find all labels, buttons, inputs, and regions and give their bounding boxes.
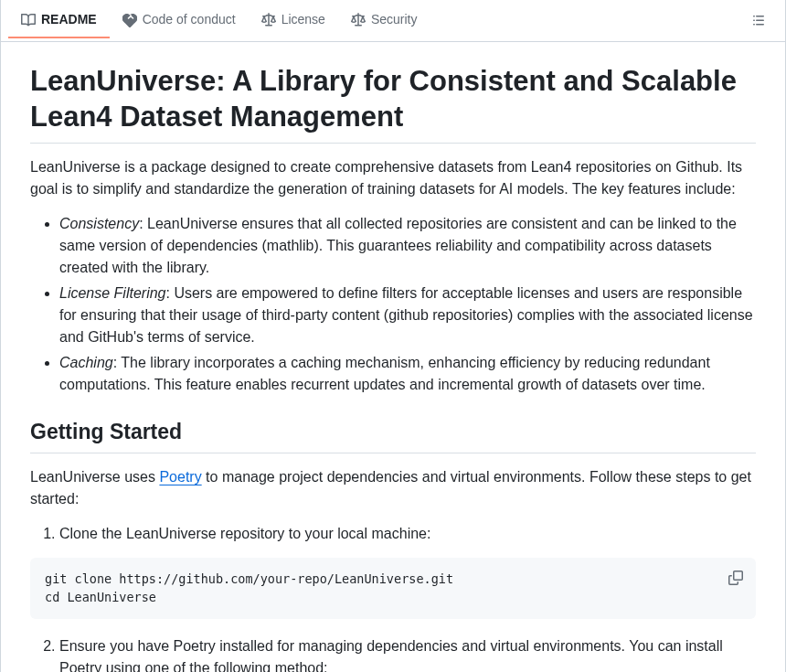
intro-paragraph: LeanUniverse is a package designed to cr… [30, 156, 756, 200]
feature-list: Consistency: LeanUniverse ensures that a… [30, 213, 756, 396]
tab-license-label: License [281, 10, 325, 29]
readme-box: README Code of conduct License Security … [0, 0, 786, 672]
step1-text: Clone the LeanUniverse repository to you… [59, 526, 430, 541]
tab-security[interactable]: Security [338, 3, 430, 38]
copy-button[interactable] [723, 565, 749, 591]
steps-list-continued: Ensure you have Poetry installed for man… [30, 635, 756, 672]
feature-body: : The library incorporates a caching mec… [59, 355, 710, 392]
tab-readme-label: README [41, 10, 97, 29]
tab-license[interactable]: License [249, 3, 338, 38]
file-tabs: README Code of conduct License Security [1, 0, 785, 42]
list-icon [751, 14, 766, 28]
code-block-clone: git clone https://github.com/your-repo/L… [30, 558, 756, 619]
list-item: Clone the LeanUniverse repository to you… [59, 523, 756, 545]
outline-button[interactable] [745, 7, 772, 35]
tab-readme[interactable]: README [8, 3, 110, 38]
steps-list: Clone the LeanUniverse repository to you… [30, 523, 756, 545]
feature-label: Consistency [59, 216, 139, 231]
tab-code-of-conduct[interactable]: Code of conduct [110, 3, 249, 38]
getting-started-intro: LeanUniverse uses Poetry to manage proje… [30, 466, 756, 510]
step2-text: Ensure you have Poetry installed for man… [59, 638, 723, 672]
list-item: Consistency: LeanUniverse ensures that a… [59, 213, 756, 279]
poetry-link[interactable]: Poetry [159, 469, 201, 485]
code-content: git clone https://github.com/your-repo/L… [45, 571, 453, 604]
feature-body: : LeanUniverse ensures that all collecte… [59, 216, 737, 275]
copy-icon [728, 571, 743, 585]
feature-label: Caching [59, 355, 113, 370]
getting-started-heading: Getting Started [30, 416, 756, 454]
readme-content: LeanUniverse: A Library for Consistent a… [1, 42, 785, 672]
list-item: Ensure you have Poetry installed for man… [59, 635, 756, 672]
list-item: Caching: The library incorporates a cach… [59, 352, 756, 396]
tab-coc-label: Code of conduct [143, 10, 236, 29]
law-icon [261, 13, 276, 27]
book-icon [21, 13, 36, 27]
feature-label: License Filtering [59, 285, 166, 301]
tab-security-label: Security [371, 10, 418, 29]
list-item: License Filtering: Users are empowered t… [59, 283, 756, 348]
page-title: LeanUniverse: A Library for Consistent a… [30, 64, 756, 144]
law-icon [351, 13, 366, 27]
heart-hands-icon [122, 13, 137, 27]
